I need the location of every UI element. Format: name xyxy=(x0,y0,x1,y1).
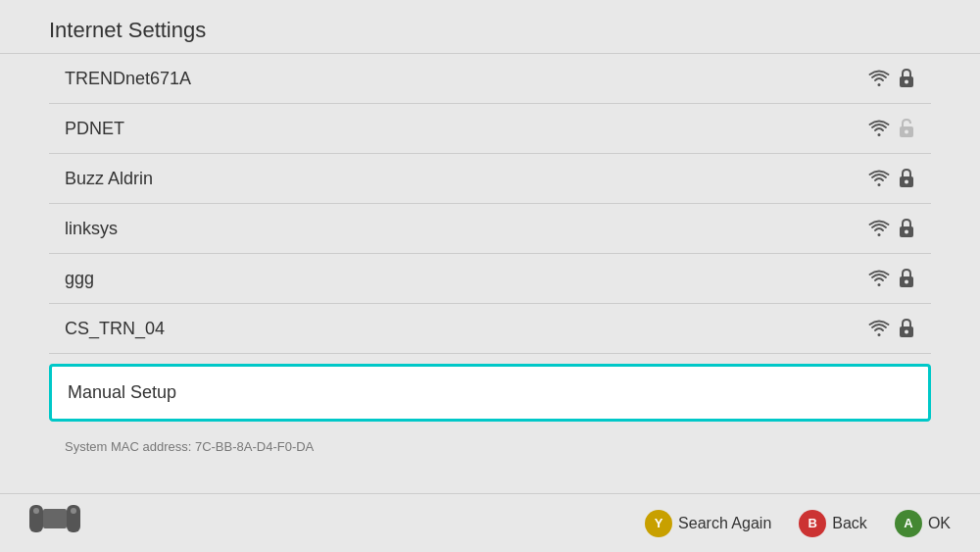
manual-setup-item[interactable]: Manual Setup xyxy=(49,364,931,422)
wifi-icon xyxy=(868,270,890,287)
a-button-circle: A xyxy=(895,510,922,537)
lock-icon xyxy=(898,218,915,239)
network-icons xyxy=(868,218,915,239)
svg-point-9 xyxy=(905,280,908,284)
network-item[interactable]: CS_TRN_04 xyxy=(49,304,931,354)
wifi-icon xyxy=(868,120,890,137)
b-button-circle: B xyxy=(799,510,826,537)
wifi-icon xyxy=(868,220,890,237)
network-name: linksys xyxy=(65,219,118,239)
back-button[interactable]: B Back xyxy=(799,510,867,537)
svg-point-1 xyxy=(905,80,908,84)
lock-icon xyxy=(898,68,915,89)
network-icons xyxy=(868,318,915,339)
network-icons xyxy=(868,168,915,189)
network-name: CS_TRN_04 xyxy=(65,319,165,339)
network-name: ggg xyxy=(65,269,94,289)
wifi-icon xyxy=(868,70,890,87)
network-name: Buzz Aldrin xyxy=(65,169,153,189)
svg-point-5 xyxy=(905,180,908,184)
manual-setup-container: Manual Setup xyxy=(0,354,980,431)
svg-point-11 xyxy=(905,330,908,334)
network-item[interactable]: ggg xyxy=(49,254,931,304)
network-item[interactable]: linksys xyxy=(49,204,931,254)
network-name: PDNET xyxy=(65,119,124,139)
search-again-label: Search Again xyxy=(678,515,771,532)
mac-address: System MAC address: 7C-BB-8A-D4-F0-DA xyxy=(0,431,980,462)
ok-button[interactable]: A OK xyxy=(895,510,951,537)
y-button-circle: Y xyxy=(645,510,672,537)
network-item[interactable]: PDNET xyxy=(49,104,931,154)
network-icons xyxy=(868,118,915,139)
joycon-svg xyxy=(29,501,80,536)
ok-label: OK xyxy=(928,515,951,532)
svg-rect-16 xyxy=(43,509,67,528)
page-title: Internet Settings xyxy=(0,0,980,54)
network-item[interactable]: TRENDnet671A xyxy=(49,54,931,104)
network-icons xyxy=(868,68,915,89)
svg-point-7 xyxy=(905,230,908,234)
wifi-icon xyxy=(868,170,890,187)
network-item[interactable]: Buzz Aldrin xyxy=(49,154,931,204)
search-again-button[interactable]: Y Search Again xyxy=(645,510,771,537)
lock-icon xyxy=(898,318,915,339)
wifi-icon xyxy=(868,320,890,337)
lock-icon xyxy=(898,118,915,139)
network-icons xyxy=(868,268,915,289)
svg-point-3 xyxy=(905,130,908,134)
controller-icon xyxy=(29,501,80,540)
manual-setup-label: Manual Setup xyxy=(68,382,176,403)
lock-icon xyxy=(898,268,915,289)
svg-point-13 xyxy=(33,508,39,514)
back-label: Back xyxy=(832,515,867,532)
bottom-bar: Y Search Again B Back A OK xyxy=(0,493,980,552)
lock-icon xyxy=(898,168,915,189)
network-list: TRENDnet671A PDNET Buzz Aldrin xyxy=(0,54,980,354)
network-name: TRENDnet671A xyxy=(65,69,191,89)
svg-point-15 xyxy=(71,508,76,514)
